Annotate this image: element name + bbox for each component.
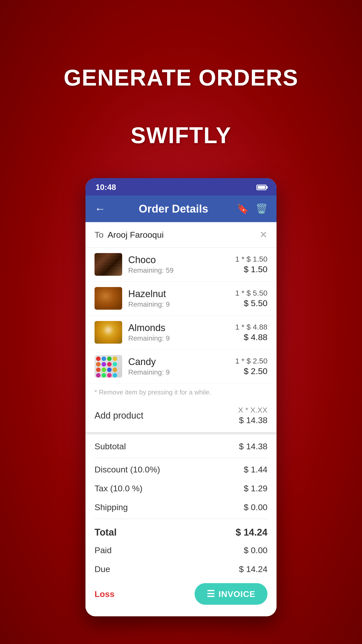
candy-total: $ 2.50: [235, 366, 267, 376]
choco-remaining: Remaining: 59: [128, 266, 235, 274]
hazelnut-price: 1 * $ 5.50 $ 5.50: [235, 289, 267, 308]
add-product-total: $ 14.38: [238, 415, 267, 425]
to-label: To: [95, 230, 104, 240]
invoice-label: INVOICE: [218, 589, 255, 599]
add-product-price: X * X.XX $ 14.38: [238, 406, 267, 425]
tax-row: Tax (10.0 %) $ 1.29: [85, 479, 277, 498]
paid-row: Paid $ 0.00: [85, 541, 277, 560]
due-label: Due: [95, 564, 110, 574]
almonds-image: [95, 321, 122, 344]
header-actions: 🔖 🗑️: [237, 203, 267, 214]
due-row: Due $ 14.24: [85, 560, 277, 579]
product-item-almonds: Almonds Remaining: 9 1 * $ 4.88 $ 4.88: [85, 315, 277, 349]
almonds-price: 1 * $ 4.88 $ 4.88: [235, 323, 267, 342]
choco-formula: 1 * $ 1.50: [235, 255, 267, 263]
subtotal-label: Subtotal: [95, 441, 126, 451]
discount-label: Discount (10.0%): [95, 465, 160, 474]
add-product-row[interactable]: Add product X * X.XX $ 14.38: [85, 399, 277, 432]
choco-name: Choco: [128, 255, 235, 265]
product-item-choco: Choco Remaining: 59 1 * $ 1.50 $ 1.50: [85, 248, 277, 281]
app-header: ← Order Details 🔖 🗑️: [85, 195, 277, 222]
paid-label: Paid: [95, 545, 112, 555]
hazelnut-name: Hazelnut: [128, 289, 235, 299]
hazelnut-formula: 1 * $ 5.50: [235, 289, 267, 297]
hazelnut-total: $ 5.50: [235, 298, 267, 308]
paid-value: $ 0.00: [244, 545, 267, 555]
hazelnut-remaining: Remaining: 9: [128, 300, 235, 308]
remove-recipient-button[interactable]: ✕: [259, 229, 267, 240]
bookmark-icon[interactable]: 🔖: [237, 203, 249, 214]
invoice-button[interactable]: ☰ INVOICE: [195, 583, 267, 605]
order-content: To Arooj Farooqui ✕ Choco Remaining: 59 …: [85, 222, 277, 616]
remove-note: * Remove item by pressing it for a while…: [85, 383, 277, 399]
thin-divider-1: [95, 458, 267, 458]
headline-line2: SWIFTLY: [64, 123, 298, 148]
invoice-icon: ☰: [207, 589, 215, 599]
delete-icon[interactable]: 🗑️: [256, 203, 267, 214]
add-product-formula: X * X.XX: [238, 406, 267, 414]
almonds-remaining: Remaining: 9: [128, 334, 235, 342]
time-display: 10:48: [96, 183, 116, 192]
status-bar: 10:48: [85, 178, 277, 195]
candy-image: [95, 355, 122, 378]
discount-row: Discount (10.0%) $ 1.44: [85, 460, 277, 479]
shipping-label: Shipping: [95, 502, 128, 512]
almonds-name: Almonds: [128, 323, 235, 333]
choco-image: [95, 253, 122, 276]
subtotal-row: Subtotal $ 14.38: [85, 437, 277, 456]
tax-label: Tax (10.0 %): [95, 484, 143, 493]
tax-value: $ 1.29: [244, 484, 267, 493]
page-headline: GENERATE ORDERS SWIFTLY: [64, 33, 298, 148]
shipping-row: Shipping $ 0.00: [85, 498, 277, 517]
candy-dots-decoration: [95, 355, 122, 378]
summary-section: Subtotal $ 14.38 Discount (10.0%) $ 1.44…: [85, 434, 277, 616]
almonds-total: $ 4.88: [235, 332, 267, 342]
loss-label: Loss: [95, 589, 114, 599]
due-value: $ 14.24: [239, 564, 267, 574]
battery-icon: [256, 185, 266, 190]
total-value: $ 14.24: [236, 527, 267, 538]
hazelnut-info: Hazelnut Remaining: 9: [128, 289, 235, 308]
recipient-name: Arooj Farooqui: [108, 230, 259, 240]
choco-info: Choco Remaining: 59: [128, 255, 235, 274]
subtotal-value: $ 14.38: [239, 441, 267, 451]
header-title: Order Details: [113, 203, 234, 215]
to-row: To Arooj Farooqui ✕: [85, 222, 277, 248]
candy-formula: 1 * $ 2.50: [235, 357, 267, 365]
candy-price: 1 * $ 2.50 $ 2.50: [235, 357, 267, 376]
thin-divider-2: [95, 519, 267, 519]
discount-value: $ 1.44: [244, 465, 267, 474]
choco-total: $ 1.50: [235, 264, 267, 274]
phone-mockup: 10:48 ← Order Details 🔖 🗑️ To Arooj Faro…: [85, 178, 277, 616]
total-label: Total: [95, 527, 117, 538]
candy-remaining: Remaining: 9: [128, 368, 235, 376]
candy-info: Candy Remaining: 9: [128, 356, 235, 376]
shipping-value: $ 0.00: [244, 502, 267, 512]
back-button[interactable]: ←: [95, 203, 106, 215]
total-row: Total $ 14.24: [85, 521, 277, 541]
choco-price: 1 * $ 1.50 $ 1.50: [235, 255, 267, 274]
candy-name: Candy: [128, 356, 235, 367]
product-item-hazelnut: Hazelnut Remaining: 9 1 * $ 5.50 $ 5.50: [85, 281, 277, 315]
product-item-candy: Candy Remaining: 9 1 * $ 2.50 $ 2.50: [85, 349, 277, 383]
headline-line1: GENERATE ORDERS: [64, 65, 298, 90]
hazelnut-image: [95, 287, 122, 310]
almonds-info: Almonds Remaining: 9: [128, 323, 235, 342]
almonds-formula: 1 * $ 4.88: [235, 323, 267, 331]
section-divider: [85, 432, 277, 434]
add-product-label[interactable]: Add product: [95, 410, 143, 421]
loss-row: Loss ☰ INVOICE: [85, 579, 277, 614]
